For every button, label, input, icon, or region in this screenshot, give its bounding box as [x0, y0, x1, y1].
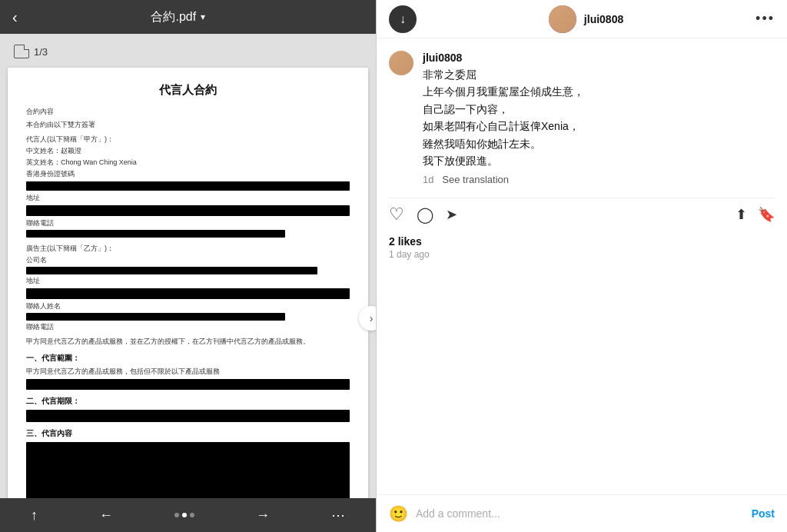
- pdf-dropdown-icon[interactable]: ▾: [201, 12, 205, 22]
- comment-icon[interactable]: ◯: [417, 205, 433, 224]
- likes-count: 2 likes: [389, 235, 775, 248]
- post-line-5: 雖然我唔知你她計左未。: [423, 135, 775, 152]
- post-avatar: [389, 51, 413, 75]
- phone-label: 聯絡電話: [26, 218, 350, 228]
- user-info: jlui0808: [549, 5, 623, 33]
- pdf-title: 代言人合約: [26, 83, 350, 98]
- contact-phone-label: 聯絡電話: [26, 322, 350, 332]
- post-comment-button[interactable]: Post: [752, 507, 775, 520]
- pdf-bottom-bar: ↑ ← → ⋯: [0, 498, 376, 532]
- pdf-menu-icon[interactable]: ⋯: [331, 507, 345, 524]
- pdf-content-area: 1/3 代言人合約 合約內容 本合約由以下雙方簽署 代言人(以下簡稱「甲方」)：…: [0, 34, 376, 498]
- instagram-header: ↓ jlui0808 •••: [377, 0, 787, 38]
- contact-label: 聯絡人姓名: [26, 301, 350, 311]
- pdf-right-icon[interactable]: →: [256, 507, 270, 524]
- translation-text[interactable]: See translation: [442, 174, 509, 185]
- pdf-toolbar: ‹ 合約.pdf ▾: [0, 0, 376, 34]
- redacted-company: [26, 267, 317, 274]
- download-icon: ↓: [400, 12, 406, 26]
- redacted-phone: [26, 230, 285, 238]
- action-bar: ♡ ◯ ➤ ⬆ 🔖: [389, 198, 775, 231]
- comment-input-area: 🙂 Post: [377, 494, 787, 532]
- company-label: 公司名: [26, 255, 350, 265]
- likes-section: 2 likes 1 day ago: [389, 235, 775, 260]
- address-label: 地址: [26, 193, 350, 203]
- name-cn: 中文姓名：赵颖澄: [26, 146, 350, 156]
- party-a-label: 代言人(以下簡稱「甲方」)：: [26, 135, 350, 145]
- redacted-id: [26, 181, 350, 191]
- pdf-filename: 合約.pdf: [151, 9, 196, 25]
- see-translation-link[interactable]: 1d See translation: [423, 174, 775, 185]
- redacted-address2: [26, 288, 350, 299]
- post-text: 非常之委屈 上年今個月我重駕屋企傾成生意， 自己認一下內容， 如果老闆有心自己計…: [423, 66, 775, 169]
- avatar-image: [549, 5, 576, 33]
- emoji-icon[interactable]: 🙂: [389, 504, 408, 523]
- section1-title: 一、代言範圍：: [26, 353, 350, 364]
- post-content: jlui0808 非常之委屈 上年今個月我重駕屋企傾成生意， 自己認一下內容， …: [389, 51, 775, 185]
- redacted-section1: [26, 379, 350, 390]
- time-ago-text: 1d: [423, 174, 433, 185]
- action-right: ⬆ 🔖: [736, 206, 775, 223]
- redacted-contact: [26, 313, 285, 321]
- share-icon[interactable]: ➤: [446, 206, 457, 223]
- id-label: 香港身份證號碼: [26, 169, 350, 179]
- pdf-title-area: 合約.pdf ▾: [151, 9, 205, 25]
- more-options-icon[interactable]: •••: [755, 11, 775, 27]
- heart-icon[interactable]: ♡: [389, 204, 404, 224]
- download-button[interactable]: ↓: [389, 5, 417, 33]
- bookmark-icon[interactable]: 🔖: [758, 206, 775, 223]
- address2-label: 地址: [26, 276, 350, 286]
- upload-icon[interactable]: ⬆: [736, 206, 747, 223]
- contract-intro-text: 本合約由以下雙方簽署: [26, 120, 350, 130]
- section3-title: 三、代言內容: [26, 428, 350, 439]
- cooperation-text: 甲方同意代言乙方的產品或服務，並在乙方的授權下，在乙方刊播中代言乙方的產品或服務…: [26, 337, 350, 347]
- dot-3: [190, 513, 194, 517]
- post-line-2: 上年今個月我重駕屋企傾成生意，: [423, 83, 775, 100]
- back-arrow-icon[interactable]: ‹: [12, 8, 18, 26]
- post-line-3: 自己認一下內容，: [423, 101, 775, 118]
- comment-input[interactable]: [416, 507, 744, 520]
- dot-1: [174, 513, 179, 517]
- action-left: ♡ ◯ ➤: [389, 204, 457, 224]
- post-text-area: jlui0808 非常之委屈 上年今個月我重駕屋企傾成生意， 自己認一下內容， …: [423, 51, 775, 185]
- contract-intro-label: 合約內容: [26, 107, 350, 117]
- dot-2: [182, 513, 187, 517]
- redacted-address: [26, 205, 350, 216]
- pdf-nav-next[interactable]: ›: [359, 306, 376, 331]
- post-line-6: 我下放便跟進。: [423, 152, 775, 169]
- pdf-left-icon[interactable]: ←: [99, 507, 113, 524]
- party-b-label: 廣告主(以下簡稱「乙方」)：: [26, 244, 350, 254]
- avatar: [549, 5, 576, 33]
- redacted-section3-large: [26, 442, 350, 498]
- post-line-4: 如果老闆有心自己計返俾Xenia，: [423, 118, 775, 135]
- pdf-share-icon[interactable]: ↑: [31, 507, 38, 524]
- post-username[interactable]: jlui0808: [423, 52, 462, 64]
- pdf-page-dots: [174, 513, 194, 517]
- pdf-toolbar-left: ‹: [12, 8, 18, 26]
- pdf-page-indicator: 1/3: [8, 42, 368, 62]
- post-time: 1 day ago: [389, 249, 775, 260]
- page-icon: [14, 45, 29, 58]
- redacted-section2: [26, 410, 350, 422]
- name-en: 英文姓名：Chong Wan Ching Xenia: [26, 158, 350, 168]
- section2-title: 二、代言期限：: [26, 396, 350, 407]
- section1-text: 甲方同意代言乙方的產品或服務，包括但不限於以下產品或服務: [26, 367, 350, 377]
- instagram-body: jlui0808 非常之委屈 上年今個月我重駕屋企傾成生意， 自己認一下內容， …: [377, 38, 787, 494]
- instagram-panel: ↓ jlui0808 ••• jlui0808 非常之委屈 上年今個月我重駕屋企…: [377, 0, 787, 532]
- username-header[interactable]: jlui0808: [584, 13, 623, 25]
- page-number: 1/3: [34, 46, 48, 58]
- pdf-page-1: 代言人合約 合約內容 本合約由以下雙方簽署 代言人(以下簡稱「甲方」)： 中文姓…: [8, 68, 368, 498]
- post-line-1: 非常之委屈: [423, 66, 775, 83]
- pdf-panel: ‹ 合約.pdf ▾ 1/3 代言人合約 合約內容 本合約由以下雙方簽署 代言人…: [0, 0, 377, 532]
